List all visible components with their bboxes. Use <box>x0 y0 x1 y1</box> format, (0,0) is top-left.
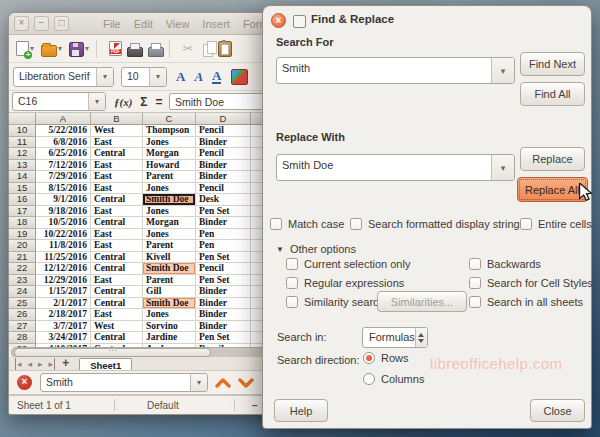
corner-header[interactable] <box>9 113 36 125</box>
cell-B11[interactable]: East <box>91 137 143 149</box>
cell-A23[interactable]: 12/29/2016 <box>36 275 91 287</box>
cut-icon[interactable]: ✂ <box>180 41 196 57</box>
page-style[interactable]: Default <box>147 400 179 411</box>
row-header-19[interactable]: 19 <box>9 229 36 241</box>
entire-cells-checkbox[interactable]: Entire cells <box>520 218 592 230</box>
equals-icon[interactable]: = <box>156 95 163 109</box>
radio-button[interactable] <box>363 373 375 385</box>
cell-A15[interactable]: 8/15/2016 <box>36 183 91 195</box>
search-all-sheets-checkbox[interactable]: Search in all sheets <box>469 296 583 308</box>
other-options-expander[interactable]: ▼ Other options <box>276 243 356 255</box>
cell-A28[interactable]: 3/24/2017 <box>36 332 91 344</box>
cell-C17[interactable]: Jones <box>143 206 196 218</box>
replace-with-dropdown-icon[interactable]: ▾ <box>491 155 514 180</box>
cell-B23[interactable]: East <box>91 275 143 287</box>
underline-icon[interactable]: A <box>212 70 221 84</box>
row-header-18[interactable]: 18 <box>9 217 36 229</box>
cell-D11[interactable]: Binder <box>196 137 251 149</box>
row-header-20[interactable]: 20 <box>9 240 36 252</box>
find-search-input[interactable]: Smith ▾ <box>40 373 208 392</box>
row-header-15[interactable]: 15 <box>9 183 36 195</box>
cell-A19[interactable]: 10/22/2016 <box>36 229 91 241</box>
replace-button[interactable]: Replace <box>520 147 585 171</box>
cell-C14[interactable]: Parent <box>143 171 196 183</box>
row-header-23[interactable]: 23 <box>9 275 36 287</box>
search-for-dropdown-icon[interactable]: ▾ <box>491 58 514 83</box>
cell-C25[interactable]: Smith Doe <box>143 298 196 310</box>
cell-B19[interactable]: East <box>91 229 143 241</box>
cell-C22[interactable]: Smith Doe <box>143 263 196 275</box>
cell-B18[interactable]: Central <box>91 217 143 229</box>
cell-B16[interactable]: Central <box>91 194 143 206</box>
cell-C12[interactable]: Morgan <box>143 148 196 160</box>
cell-D19[interactable]: Pen <box>196 229 251 241</box>
open-file-dropdown-icon[interactable]: ▾ <box>58 44 62 53</box>
cell-D13[interactable]: Binder <box>196 160 251 172</box>
row-header-11[interactable]: 11 <box>9 137 36 149</box>
column-header-d[interactable]: D <box>196 113 251 125</box>
name-box-dropdown-icon[interactable]: ▾ <box>88 93 105 110</box>
scrollbar-thumb[interactable] <box>14 348 211 357</box>
cell-B20[interactable]: East <box>91 240 143 252</box>
cell-B24[interactable]: Central <box>91 286 143 298</box>
cell-C23[interactable]: Parent <box>143 275 196 287</box>
sum-icon[interactable]: Σ <box>140 95 147 109</box>
cell-C11[interactable]: Jones <box>143 137 196 149</box>
cell-D22[interactable]: Pencil <box>196 263 251 275</box>
cell-A18[interactable]: 10/5/2016 <box>36 217 91 229</box>
cell-C15[interactable]: Jones <box>143 183 196 195</box>
columns-radio[interactable]: Columns <box>363 373 424 385</box>
checkbox-box[interactable] <box>286 258 298 270</box>
cell-D26[interactable]: Binder <box>196 309 251 321</box>
cell-B28[interactable]: Central <box>91 332 143 344</box>
cell-D14[interactable]: Binder <box>196 171 251 183</box>
sheet-info[interactable]: Sheet 1 of 1 <box>17 400 71 411</box>
cell-C18[interactable]: Morgan <box>143 217 196 229</box>
menu-insert[interactable]: Insert <box>202 18 230 30</box>
cell-C20[interactable]: Parent <box>143 240 196 252</box>
cell-D25[interactable]: Binder <box>196 298 251 310</box>
cell-A12[interactable]: 6/25/2016 <box>36 148 91 160</box>
save-dropdown-icon[interactable]: ▾ <box>85 44 89 53</box>
first-sheet-icon[interactable]: ◂ <box>15 358 22 370</box>
cell-D20[interactable]: Pen <box>196 240 251 252</box>
cell-C28[interactable]: Jardine <box>143 332 196 344</box>
zoom-out-icon[interactable]: − <box>252 400 258 411</box>
cell-D10[interactable]: Pencil <box>196 125 251 137</box>
checkbox-box[interactable] <box>469 296 481 308</box>
match-case-checkbox[interactable]: Match case <box>270 218 344 230</box>
row-header-14[interactable]: 14 <box>9 171 36 183</box>
close-find-bar-icon[interactable]: × <box>17 375 32 390</box>
find-previous-icon[interactable] <box>215 377 231 389</box>
highlight-color-icon[interactable] <box>231 69 248 85</box>
row-header-26[interactable]: 26 <box>9 309 36 321</box>
checkbox-box[interactable] <box>286 277 298 289</box>
cell-C27[interactable]: Sorvino <box>143 321 196 333</box>
column-header-c[interactable]: C <box>143 113 196 125</box>
previous-sheet-icon[interactable]: ◂ <box>28 358 33 370</box>
dialog-maximize-icon[interactable] <box>293 15 306 28</box>
print-preview-icon[interactable] <box>148 47 164 57</box>
cell-A26[interactable]: 2/18/2017 <box>36 309 91 321</box>
cell-C26[interactable]: Jones <box>143 309 196 321</box>
window-maximize-icon[interactable]: □ <box>54 16 69 31</box>
print-icon[interactable] <box>127 47 143 57</box>
dialog-close-icon[interactable]: × <box>271 13 286 28</box>
menu-file[interactable]: File <box>103 18 121 30</box>
find-search-dropdown-icon[interactable]: ▾ <box>190 374 207 391</box>
next-sheet-icon[interactable]: ▸ <box>38 358 43 370</box>
cell-A25[interactable]: 2/1/2017 <box>36 298 91 310</box>
help-button[interactable]: Help <box>274 399 328 422</box>
regular-expressions-checkbox[interactable]: Regular expressions <box>286 277 404 289</box>
find-next-icon[interactable] <box>238 377 254 389</box>
cell-A17[interactable]: 9/18/2016 <box>36 206 91 218</box>
cell-B10[interactable]: West <box>91 125 143 137</box>
cell-B15[interactable]: East <box>91 183 143 195</box>
row-header-24[interactable]: 24 <box>9 286 36 298</box>
cell-C16[interactable]: Smith Doe <box>143 194 196 206</box>
search-for-input[interactable]: Smith ▾ <box>276 57 515 84</box>
similarity-search-checkbox[interactable]: Similarity search <box>286 296 385 308</box>
spin-up-icon[interactable] <box>418 333 424 337</box>
cell-A16[interactable]: 9/1/2016 <box>36 194 91 206</box>
row-header-10[interactable]: 10 <box>9 125 36 137</box>
